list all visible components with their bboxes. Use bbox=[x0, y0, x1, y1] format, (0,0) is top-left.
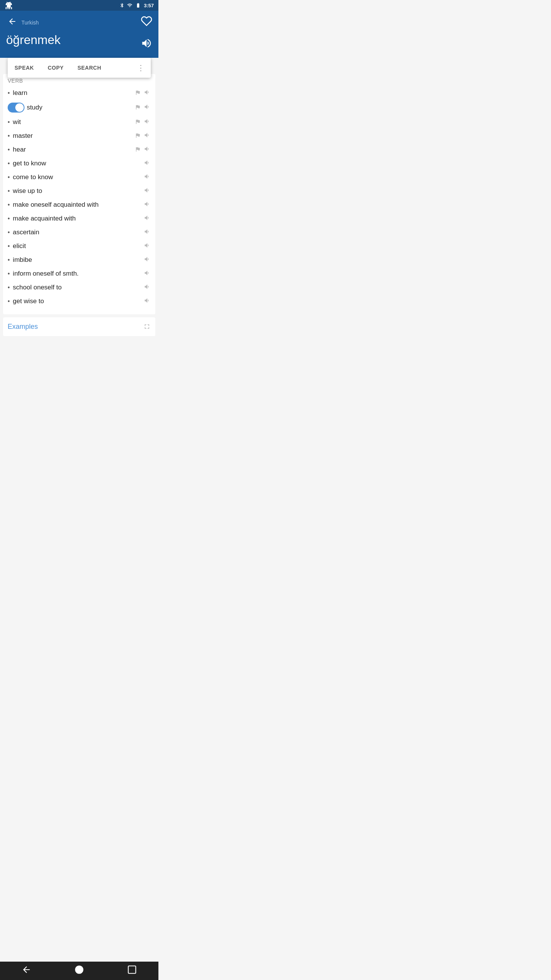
word-icons bbox=[144, 297, 151, 305]
word-icons bbox=[144, 228, 151, 237]
speaker-icon[interactable] bbox=[144, 103, 151, 112]
word-icons bbox=[144, 214, 151, 223]
speaker-icon[interactable] bbox=[144, 214, 151, 223]
list-item: • come to know bbox=[8, 170, 151, 184]
battery-icon bbox=[135, 3, 142, 8]
bullet: • bbox=[8, 298, 10, 305]
examples-card[interactable]: Examples bbox=[3, 317, 155, 336]
list-item: • master bbox=[8, 129, 151, 143]
favorite-button[interactable] bbox=[141, 15, 152, 29]
flag-icon[interactable] bbox=[135, 90, 141, 97]
bullet: • bbox=[8, 201, 10, 208]
word-text: learn bbox=[13, 89, 132, 97]
more-options-button[interactable]: ⋮ bbox=[131, 58, 151, 78]
section-title: verb bbox=[8, 78, 151, 84]
header-sound-button[interactable] bbox=[141, 38, 152, 52]
word-icons bbox=[144, 159, 151, 168]
list-item: • inform oneself of smth. bbox=[8, 267, 151, 281]
word-icons bbox=[135, 118, 151, 126]
header: Turkish öğrenmek bbox=[0, 11, 158, 58]
flag-icon[interactable] bbox=[135, 146, 141, 154]
bullet: • bbox=[8, 174, 10, 181]
copy-button[interactable]: COPY bbox=[41, 59, 71, 76]
bullet: • bbox=[8, 243, 10, 250]
list-item: • wit bbox=[8, 115, 151, 129]
flag-icon[interactable] bbox=[135, 104, 141, 111]
list-item: • school oneself to bbox=[8, 281, 151, 294]
bullet: • bbox=[8, 146, 10, 153]
back-button[interactable] bbox=[6, 15, 18, 30]
signal-icon bbox=[127, 3, 132, 8]
bullet: • bbox=[8, 215, 10, 222]
word-text: elicit bbox=[13, 242, 142, 250]
list-item: • make acquainted with bbox=[8, 212, 151, 225]
list-item: • imbibe bbox=[8, 253, 151, 267]
word-text: master bbox=[13, 132, 132, 140]
word-text: inform oneself of smth. bbox=[13, 270, 142, 278]
word-text: study bbox=[27, 104, 132, 111]
word-icons bbox=[144, 242, 151, 250]
word-icons bbox=[135, 103, 151, 112]
flag-icon[interactable] bbox=[135, 132, 141, 140]
word-icons bbox=[144, 283, 151, 292]
list-item: • wise up to bbox=[8, 184, 151, 198]
bullet: • bbox=[8, 188, 10, 194]
word-icons bbox=[135, 145, 151, 154]
word-icons bbox=[144, 256, 151, 264]
word-text: get wise to bbox=[13, 297, 142, 305]
speaker-icon[interactable] bbox=[144, 228, 151, 237]
list-item: • learn bbox=[8, 86, 151, 100]
speaker-icon[interactable] bbox=[144, 132, 151, 140]
context-menu: SPEAK COPY SEARCH ⋮ bbox=[8, 58, 151, 78]
word-text: ascertain bbox=[13, 229, 142, 236]
toggle-knob bbox=[15, 103, 24, 112]
speaker-icon[interactable] bbox=[144, 270, 151, 278]
examples-title: Examples bbox=[8, 323, 38, 330]
word-icons bbox=[144, 201, 151, 209]
flag-icon[interactable] bbox=[135, 119, 141, 126]
speaker-icon[interactable] bbox=[144, 145, 151, 154]
speaker-icon[interactable] bbox=[144, 242, 151, 250]
speaker-icon[interactable] bbox=[144, 89, 151, 97]
list-item: • hear bbox=[8, 143, 151, 157]
word-text: wit bbox=[13, 118, 132, 126]
language-label: Turkish bbox=[21, 20, 152, 26]
word-icons bbox=[144, 270, 151, 278]
bullet: • bbox=[8, 132, 10, 139]
word-text: imbibe bbox=[13, 256, 142, 264]
bluetooth-icon bbox=[119, 3, 125, 8]
speak-button[interactable]: SPEAK bbox=[8, 59, 41, 76]
status-bar-right: 3:57 bbox=[119, 3, 154, 8]
content-card: verb • learn study bbox=[3, 74, 155, 314]
toggle-button[interactable] bbox=[8, 103, 24, 113]
list-item: • get wise to bbox=[8, 294, 151, 308]
word-text: make acquainted with bbox=[13, 215, 142, 222]
search-button[interactable]: SEARCH bbox=[70, 59, 108, 76]
word-icons bbox=[144, 187, 151, 195]
word-icons bbox=[135, 89, 151, 97]
list-item: • elicit bbox=[8, 239, 151, 253]
word-icons bbox=[144, 173, 151, 181]
word-list: • learn study bbox=[8, 86, 151, 308]
word-title: öğrenmek bbox=[6, 33, 152, 47]
examples-expand-icon[interactable] bbox=[143, 323, 151, 332]
status-time: 3:57 bbox=[144, 3, 154, 8]
speaker-icon[interactable] bbox=[144, 159, 151, 168]
bullet: • bbox=[8, 160, 10, 167]
bullet: • bbox=[8, 270, 10, 277]
status-bar: 3:57 bbox=[0, 0, 158, 11]
word-text: hear bbox=[13, 146, 132, 154]
speaker-icon[interactable] bbox=[144, 201, 151, 209]
android-icon bbox=[5, 1, 13, 10]
bullet: • bbox=[8, 284, 10, 291]
list-item: • make oneself acquainted with bbox=[8, 198, 151, 212]
speaker-icon[interactable] bbox=[144, 283, 151, 292]
speaker-icon[interactable] bbox=[144, 256, 151, 264]
list-item: study bbox=[8, 100, 151, 115]
speaker-icon[interactable] bbox=[144, 297, 151, 305]
speaker-icon[interactable] bbox=[144, 187, 151, 195]
word-text: school oneself to bbox=[13, 284, 142, 291]
speaker-icon[interactable] bbox=[144, 118, 151, 126]
bullet: • bbox=[8, 229, 10, 236]
speaker-icon[interactable] bbox=[144, 173, 151, 181]
